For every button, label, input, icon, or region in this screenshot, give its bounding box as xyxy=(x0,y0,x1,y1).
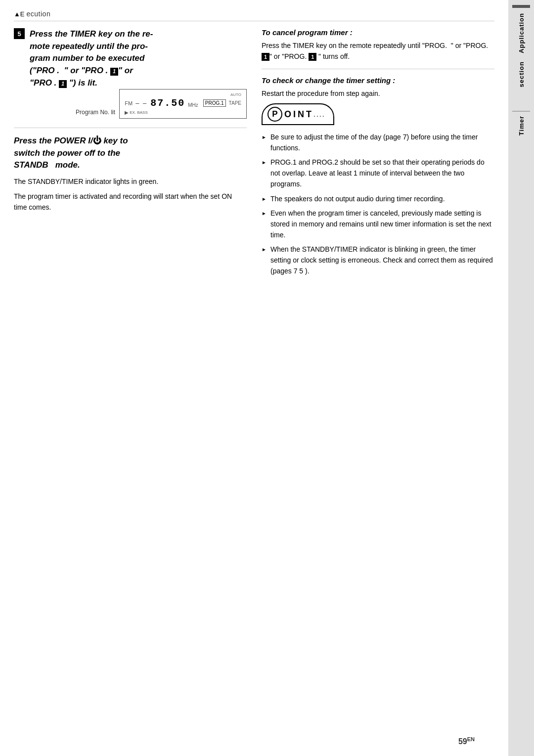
section-divider-1 xyxy=(14,128,247,128)
page-number-value: 59 xyxy=(458,737,467,746)
step5-text: Press the TIMER key on the re- mote repe… xyxy=(30,28,153,89)
section-divider-2 xyxy=(262,69,494,69)
cancel-body: Press the TIMER key on the remote repeat… xyxy=(262,41,494,62)
cancel-prog-box-1: 1 xyxy=(262,53,269,61)
sidebar-section-label: section xyxy=(518,61,525,88)
power-body1: The STANDBY/TIMER indicator lights in gr… xyxy=(14,177,247,187)
prog-box-1: 1 xyxy=(110,68,118,76)
sidebar-divider xyxy=(512,111,530,112)
point-box: P OINT .... xyxy=(262,103,334,125)
display-fm: FM xyxy=(125,100,133,106)
check-section: To check or change the timer setting : R… xyxy=(262,76,494,99)
display-mhz: MHz xyxy=(188,102,198,108)
step5-quo3: ") is lit. xyxy=(67,78,97,88)
bullet-item-5: When the STANDBY/TIMER indicator is blin… xyxy=(262,244,494,276)
display-wrapper: Program No. lit AUTO FM – – 87.50 MHz PR… xyxy=(14,89,247,119)
left-column: 5 Press the TIMER key on the re- mote re… xyxy=(14,28,247,280)
cancel-section: To cancel program timer : Press the TIME… xyxy=(262,28,494,62)
display-label: Program No. lit xyxy=(76,109,115,116)
step-5-block: 5 Press the TIMER key on the re- mote re… xyxy=(14,28,247,119)
display-auto: AUTO xyxy=(125,92,241,97)
point-p-circle: P xyxy=(267,107,282,122)
power-icon: ⏻ xyxy=(93,136,101,145)
display-freq: 87.50 xyxy=(150,97,185,109)
sidebar-bar xyxy=(512,5,530,8)
page-number: 59EN xyxy=(458,736,475,746)
point-dots: .... xyxy=(313,110,325,118)
display-row: FM – – 87.50 MHz PROG.1 TAPE xyxy=(125,97,241,109)
power-block: Press the POWER I/⏻ key to switch the po… xyxy=(14,135,247,213)
two-column-layout: 5 Press the TIMER key on the re- mote re… xyxy=(14,28,494,280)
header-title: ecution xyxy=(27,10,51,18)
bullet-item-1: Be sure to adjust the time of the day (p… xyxy=(262,132,494,153)
page-number-suffix: EN xyxy=(467,736,475,742)
power-body2: The program timer is activated and recor… xyxy=(14,191,247,213)
bullet-list: Be sure to adjust the time of the day (p… xyxy=(262,132,494,276)
cancel-prog-box-2: 1 xyxy=(309,53,316,61)
step5-quo1: "PRO . " or "PRO . xyxy=(33,66,110,75)
display-box: AUTO FM – – 87.50 MHz PROG.1 TAPE ▶ xyxy=(119,89,247,119)
cancel-heading: To cancel program timer : xyxy=(262,28,494,37)
right-column: To cancel program timer : Press the TIME… xyxy=(262,28,494,280)
bullet-item-4: Even when the program timer is canceled,… xyxy=(262,208,494,240)
check-heading: To check or change the timer setting : xyxy=(262,76,494,85)
step5-heading: 5 Press the TIMER key on the re- mote re… xyxy=(14,28,247,89)
display-bass: EX. BASS xyxy=(130,110,147,115)
sidebar: Application section Timer xyxy=(508,0,534,756)
play-icon: ▶ xyxy=(125,110,129,115)
bullet-item-2: PROG.1 and PROG.2 should be set so that … xyxy=(262,157,494,189)
display-dashes: – – xyxy=(135,99,147,107)
page-header: ▲E ecution xyxy=(14,10,494,18)
display-prog: PROG.1 xyxy=(203,99,226,107)
main-content: ▲E ecution 5 Press the TIMER key on the … xyxy=(0,0,508,756)
prog-box-2: 1 xyxy=(59,80,67,88)
display-row2: ▶ EX. BASS xyxy=(125,110,241,115)
display-tape: TAPE xyxy=(229,100,241,106)
check-body: Restart the procedure from step again. xyxy=(262,89,494,99)
bullet-item-3: The speakers do not output audio during … xyxy=(262,194,494,205)
sidebar-timer-label: Timer xyxy=(518,116,525,135)
sidebar-application-label: Application xyxy=(518,13,525,53)
page-container: ▲E ecution 5 Press the TIMER key on the … xyxy=(0,0,534,756)
power-heading: Press the POWER I/⏻ key to switch the po… xyxy=(14,135,247,172)
point-text: OINT xyxy=(284,109,313,120)
step-number: 5 xyxy=(14,28,25,39)
header-divider xyxy=(14,21,494,21)
header-icon: ▲E xyxy=(14,10,25,18)
